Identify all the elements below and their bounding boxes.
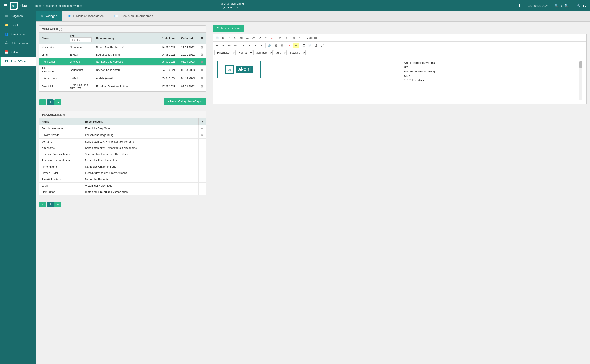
tb-table-btn[interactable]: ⊞ (279, 43, 285, 48)
tracking-dropdown[interactable]: Tracking (287, 50, 306, 55)
tb-undo-btn[interactable]: ↩ (277, 35, 283, 41)
tb-new-doc-btn[interactable]: 📄 (214, 35, 220, 41)
table-row[interactable]: Newsletter Newsletter Neues Tool Endlich… (39, 44, 206, 51)
zoom-in-icon[interactable]: 🔍 (554, 4, 559, 8)
tb-link-btn[interactable]: 🔗 (267, 43, 272, 48)
save-vorlage-btn[interactable]: Vorlage speichern (213, 25, 244, 32)
tab-emails-kandidaten-icon: 📧 (68, 14, 71, 18)
tb-highlight-btn[interactable]: ▲ (269, 35, 275, 41)
edit-icon[interactable]: ✏ (201, 127, 203, 130)
row-delete[interactable]: ✖ (199, 58, 206, 65)
size-dropdown[interactable]: Gr... (273, 50, 286, 55)
tab-vorlagen[interactable]: ⊞ Vorlagen (36, 11, 63, 21)
editor-content[interactable]: a akoni Akoni Recruiting Systems UG Frie… (213, 56, 586, 104)
zoom-out-icon[interactable]: 🔍 (564, 4, 569, 8)
tb-align-right-btn[interactable]: ≡ (253, 43, 258, 48)
tb-unlink-btn[interactable]: ⛓ (273, 43, 279, 48)
row-typ: E-Mail (68, 51, 94, 58)
format-dropdown[interactable]: Format (236, 50, 253, 55)
table-row[interactable]: DirectLink E-Mail mit Link zum Profil Em… (39, 82, 206, 91)
typ-filter-input[interactable] (70, 37, 91, 42)
row-erstellt: 16.07.2021 (159, 44, 179, 51)
sidebar-item-post-office[interactable]: ✉ Post Office (0, 57, 36, 66)
tab-emails-unternehmen[interactable]: 📧 E-Mails an Unternehmen (109, 11, 158, 21)
table-row[interactable]: Brief an Luis E-Mail Andale (email) 05.0… (39, 75, 206, 82)
sidebar-item-kalender[interactable]: 📅 Kalender (0, 47, 36, 57)
tb-omega-btn[interactable]: Ω (257, 35, 262, 41)
platz-col-hash: # (199, 118, 206, 125)
platz-next-btn[interactable]: » (54, 202, 61, 207)
sidebar-label-aufgaben: Aufgaben (11, 14, 23, 18)
power-icon[interactable]: ⏻ (583, 4, 587, 8)
sidebar-item-unternehmen[interactable]: 🏛 Unternehmen (0, 39, 36, 47)
info-icon[interactable]: ℹ (519, 3, 520, 8)
table-row[interactable]: Profil-Email Briefkopf Nur Logo und Adre… (39, 58, 206, 65)
row-delete[interactable]: ✖ (199, 44, 206, 51)
tb-maximize-btn[interactable]: ⛶ (319, 43, 325, 48)
fullscreen-icon[interactable]: ⛶ (571, 4, 574, 8)
tb-outdent-btn[interactable]: ⇤ (227, 43, 232, 48)
tb-strike-btn[interactable]: abc (239, 35, 244, 41)
delete-btn[interactable]: ✖ (201, 60, 203, 64)
platz-prev-btn[interactable]: « (39, 202, 46, 207)
vorlagen-page1-btn[interactable]: 1 (47, 99, 54, 105)
delete-btn[interactable]: ✖ (201, 46, 203, 49)
tb-pencil-btn[interactable]: ✏ (263, 35, 269, 41)
row-delete[interactable]: ✖ (199, 75, 206, 82)
editor-scrollbar[interactable] (579, 61, 582, 100)
delete-btn[interactable]: ✖ (201, 84, 203, 89)
row-erstellt: 08.08.2021 (159, 58, 179, 65)
vorlagen-next-btn[interactable]: » (54, 99, 61, 105)
platz-edit[interactable]: ✏ (199, 125, 206, 132)
vorlagen-table: Name Typ Beschreibung Erstellt am Geände… (39, 32, 206, 91)
tb-list-ol-btn[interactable]: ≡ (214, 43, 220, 48)
sidebar-item-kandidaten[interactable]: 👥 Kandidaten (0, 30, 36, 39)
table-row[interactable]: email E-Mail Begrüssungs E-Mail 04.08.20… (39, 51, 206, 58)
tb-bold-btn[interactable]: B (220, 35, 226, 41)
menu-icon[interactable]: ☰ (3, 3, 7, 8)
sidebar-item-projekte[interactable]: 📁 Projekte (0, 20, 36, 30)
row-delete[interactable]: ✖ (199, 65, 206, 75)
platz-edit[interactable]: ✏ (199, 132, 206, 139)
company-line1: Akoni Recruiting Systems (404, 61, 436, 65)
font-dropdown[interactable]: Schriftart (253, 50, 273, 55)
tb-image-btn[interactable]: 🖼 (301, 43, 307, 48)
delete-btn[interactable]: ✖ (201, 76, 203, 80)
tb-redo-btn[interactable]: ↪ (283, 35, 289, 41)
delete-btn[interactable]: ✖ (201, 53, 203, 57)
tb-doc-btn[interactable]: 📄 (307, 43, 313, 48)
tb-font-color-btn[interactable]: A (287, 43, 293, 48)
tab-vorlagen-icon: ⊞ (41, 14, 44, 18)
sidebar-item-aufgaben[interactable]: ☰ Aufgaben (0, 11, 36, 20)
add-vorlage-btn[interactable]: + Neue Vorlage hinzufügen (164, 98, 206, 105)
row-beschreibung: Begrüssungs E-Mail (94, 51, 159, 58)
tb-underline-btn[interactable]: U (233, 35, 238, 41)
vorlagen-prev-btn[interactable]: « (39, 99, 46, 105)
delete-btn[interactable]: ✖ (201, 68, 203, 72)
tb-superscript-btn[interactable]: X² (251, 35, 256, 41)
app-subtitle: Human Resource Information System (35, 4, 82, 7)
platz-page1-btn[interactable]: 1 (47, 202, 54, 207)
row-name: Newsletter (39, 44, 68, 51)
tb-source-btn[interactable]: Quellcode (305, 35, 319, 41)
tb-align-justify-btn[interactable]: ≡ (259, 43, 264, 48)
tab-emails-kandidaten[interactable]: 📧 E-Mails an Kandidaten (63, 11, 109, 21)
platz-beschreibung: Vor- und Nachname des Recruiters (83, 151, 199, 157)
tb-align-left-btn[interactable]: ≡ (240, 43, 246, 48)
tb-paragraph-btn[interactable]: ¶ (297, 35, 303, 41)
tb-print2-btn[interactable]: 🖨 (313, 43, 319, 48)
vorlagen-count: (6) (59, 27, 62, 31)
wrench-icon[interactable]: 🔧 (577, 4, 581, 8)
row-delete[interactable]: ✖ (199, 82, 206, 91)
placeholder-dropdown[interactable]: Platzhalter (214, 50, 236, 55)
table-row[interactable]: Brief an Kandidaten Serienbrief Brief an… (39, 65, 206, 75)
tb-print-btn[interactable]: 🖨 (291, 35, 297, 41)
tb-align-center-btn[interactable]: ≡ (247, 43, 252, 48)
tb-subscript-btn[interactable]: X₂ (245, 35, 250, 41)
tb-italic-btn[interactable]: I (227, 35, 232, 41)
tb-bg-color-btn[interactable]: A (293, 43, 299, 48)
tb-list-ul-btn[interactable]: ≡ (220, 43, 226, 48)
row-delete[interactable]: ✖ (199, 51, 206, 58)
edit-icon[interactable]: ✏ (201, 133, 203, 137)
tb-indent-btn[interactable]: ⇥ (233, 43, 238, 48)
